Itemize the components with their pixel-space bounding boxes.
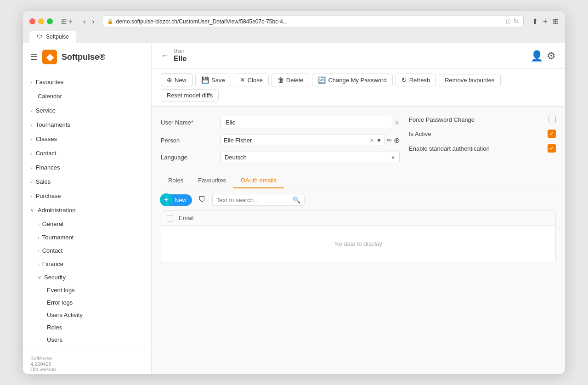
breadcrumb-current: Elle	[174, 54, 187, 64]
sidebar-toggle-btn[interactable]: ⊞ ▼	[61, 17, 73, 26]
sidebar-item-label: Finances	[36, 164, 60, 171]
traffic-lights	[29, 18, 53, 24]
back-button[interactable]: ←	[161, 51, 169, 61]
forward-nav-button[interactable]: ›	[89, 17, 97, 27]
person-control: Elle Fisher ✕ ▼ ✏ ⊕	[220, 135, 400, 146]
password-icon: 🔄	[318, 76, 326, 84]
grid-button[interactable]: ⊞	[553, 17, 559, 26]
search-icon[interactable]: 🔍	[293, 196, 300, 204]
sidebar-item-finance[interactable]: › Finance	[23, 257, 151, 271]
delete-label: Delete	[286, 77, 304, 84]
sidebar-item-tournaments[interactable]: › Tournaments	[23, 118, 151, 132]
browser-window: ⊞ ▼ ‹ › 🔒 demo.softpulse-blazor.ch/Custo…	[23, 11, 565, 374]
hamburger-icon[interactable]: ☰	[30, 52, 38, 62]
close-button[interactable]: ✕ Close	[234, 74, 269, 86]
person-lookup[interactable]: Elle Fisher ✕ ▼	[220, 135, 385, 146]
minimize-traffic-light[interactable]	[38, 18, 44, 24]
sidebar: ☰ ◆ Softpulse® › Favourites Calendar › S…	[23, 43, 152, 374]
force-password-checkbox[interactable]	[548, 116, 556, 123]
sidebar-item-users[interactable]: Users	[23, 334, 151, 346]
user-profile-button[interactable]: 👤	[531, 50, 543, 62]
form-right: Force Password Change Is Active Enable s…	[409, 116, 556, 169]
sidebar-item-contact[interactable]: › Contact	[23, 146, 151, 160]
lookup-dropdown-icon[interactable]: ▼	[376, 137, 382, 144]
sidebar-sub-sub-label: Roles	[47, 324, 62, 331]
toolbar: ⊕ New 💾 Save ✕ Close 🗑 Delete 🔄 Cha	[152, 69, 565, 107]
refresh-icon: ↻	[401, 76, 407, 84]
tab-favicon: 🛡	[37, 34, 42, 40]
sidebar-sub-label: Tournament	[42, 234, 74, 241]
table-select-all-checkbox[interactable]	[167, 215, 173, 221]
address-bar[interactable]: 🔒 demo.softpulse-blazor.ch/CustomUser_De…	[102, 16, 524, 27]
delete-icon: 🗑	[277, 76, 284, 84]
sidebar-item-security[interactable]: ∨ Security	[23, 271, 151, 284]
back-nav-button[interactable]: ‹	[80, 17, 88, 27]
sidebar-item-tournament[interactable]: › Tournament	[23, 231, 151, 244]
data-table: Email No data to display	[161, 210, 556, 262]
sidebar-item-contact-admin[interactable]: › Contact	[23, 244, 151, 257]
reload-icon[interactable]: ↻	[514, 18, 519, 25]
sidebar-item-error-logs[interactable]: Error logs	[23, 296, 151, 309]
sidebar-item-label: Favourites	[36, 79, 64, 85]
enable-auth-row: Enable standart authentication	[409, 144, 556, 153]
form-left: User Name* ✕ Person Elle Fisher	[161, 116, 400, 169]
delete-button[interactable]: 🗑 Delete	[271, 74, 310, 86]
clear-username-icon[interactable]: ✕	[394, 119, 400, 126]
browser-actions: ⬆ ＋ ⊞	[532, 17, 559, 26]
new-label: New	[175, 77, 187, 84]
remove-favourites-button[interactable]: Remove favourites	[439, 74, 500, 86]
tab-roles[interactable]: Roles	[161, 173, 191, 188]
version-text: SoftPulse	[30, 356, 144, 361]
lookup-clear-icon[interactable]: ✕	[369, 137, 374, 144]
lookup-edit-icon[interactable]: ✏	[387, 137, 392, 144]
sidebar-item-service[interactable]: › Service	[23, 103, 151, 118]
form-area: User Name* ✕ Person Elle Fisher	[152, 107, 565, 374]
change-password-button[interactable]: 🔄 Change My Password	[312, 74, 392, 86]
enable-auth-checkbox[interactable]	[548, 144, 556, 153]
sidebar-item-users-activity[interactable]: Users Activity	[23, 309, 151, 321]
new-button[interactable]: ⊕ New	[161, 74, 192, 86]
sidebar-item-general[interactable]: › General	[23, 217, 151, 231]
sidebar-item-roles[interactable]: Roles	[23, 321, 151, 334]
sidebar-item-calendar[interactable]: Calendar	[23, 89, 151, 103]
reset-model-diffs-button[interactable]: Reset model diffs	[161, 89, 219, 102]
share-button[interactable]: ⬆	[532, 17, 538, 26]
new-tab-button[interactable]: ＋	[542, 17, 549, 26]
maximize-traffic-light[interactable]	[47, 18, 53, 24]
plus-icon: ⊕	[167, 76, 172, 84]
is-active-label: Is Active	[409, 130, 431, 137]
refresh-button[interactable]: ↻ Refresh	[396, 74, 436, 86]
sidebar-item-purchase[interactable]: › Purchase	[23, 189, 151, 203]
sidebar-item-sales[interactable]: › Sales	[23, 175, 151, 189]
browser-tab[interactable]: 🛡 Softpulse	[29, 31, 76, 43]
sidebar-item-classes[interactable]: › Classes	[23, 132, 151, 146]
sidebar-item-event-logs[interactable]: Event logs	[23, 284, 151, 296]
settings-button[interactable]: ⚙	[547, 50, 556, 62]
chevron-right-icon: ›	[38, 261, 40, 267]
save-button[interactable]: 💾 Save	[195, 74, 231, 86]
sidebar-item-label: Contact	[36, 150, 57, 157]
chevron-right-icon: ›	[30, 179, 32, 185]
language-select[interactable]: Deutsch ▼	[220, 152, 400, 163]
sidebar-item-finances[interactable]: › Finances	[23, 160, 151, 175]
username-input[interactable]	[220, 116, 392, 129]
chevron-right-icon: ›	[30, 151, 32, 156]
filter-button[interactable]: ⛉	[196, 194, 209, 206]
search-input[interactable]	[216, 197, 290, 204]
tab-oauth-emails[interactable]: OAuth emails	[233, 173, 284, 188]
sidebar-item-administration[interactable]: ∨ Administration	[23, 203, 151, 217]
tab-favourites[interactable]: Favourites	[191, 173, 233, 188]
chevron-right-icon: ›	[30, 193, 32, 199]
chevron-right-icon: ›	[38, 235, 40, 240]
sidebar-sub-sub-label: Users Activity	[47, 311, 83, 318]
sidebar-sub-label: Finance	[42, 260, 63, 267]
lookup-add-icon[interactable]: ⊕	[394, 136, 400, 145]
sidebar-item-favourites[interactable]: › Favourites	[23, 75, 151, 89]
close-traffic-light[interactable]	[29, 18, 35, 24]
sub-new-label: New	[175, 197, 187, 204]
chevron-right-icon: ›	[30, 122, 32, 128]
is-active-checkbox[interactable]	[548, 130, 556, 138]
chevron-right-icon: ›	[30, 79, 32, 85]
username-label: User Name*	[161, 119, 216, 126]
sidebar-sub-label: Contact	[42, 247, 63, 254]
